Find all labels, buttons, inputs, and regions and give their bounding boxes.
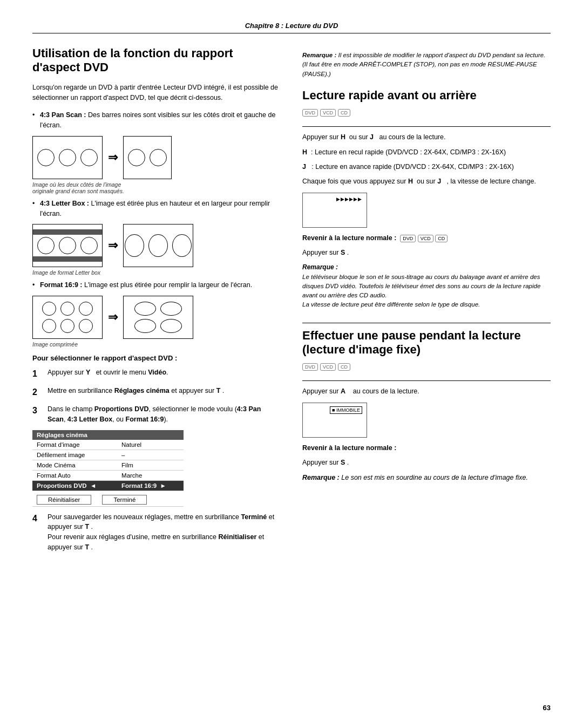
return-heading-pause-text: Revenir à la lecture normale : [302,444,396,452]
arrow: ⇒ [108,239,118,253]
table-row-defilement: Défilement image – [32,450,184,460]
table-row-format-auto: Format Auto Marche [32,470,184,480]
still-screen: ■ IMMOBILE [302,403,367,438]
left-column: Utilisation de la fonction du rapport d'… [32,46,281,558]
disc-badge-cd3: CD [338,363,350,371]
divider-pause2 [302,380,551,381]
circle [128,149,145,166]
circle [125,234,144,257]
diagram-letterbox: ⇒ [32,224,281,267]
arrow: ⇒ [108,151,118,165]
bullet-pan-scan-label: 4:3 Pan Scan : [40,111,86,119]
section1-intro: Lorsqu'on regarde un DVD à partir d'entr… [32,83,281,103]
table-buttons: Réinitialiser Terminé [37,495,179,505]
circle [150,149,167,166]
ff-indicator: ▶▶▶▶▶▶ [336,196,362,202]
bullet-letterbox-label: 4:3 Letter Box : [40,200,89,207]
steps-container: 1 Appuyer sur Y et ouvrir le menu Vidéo.… [32,368,281,425]
bullet-pan-scan: 4:3 Pan Scan : Des barres noires sont vi… [32,110,281,131]
step-heading: Pour sélectionner le rapport d'aspect DV… [32,354,281,362]
diagram-format169-before [32,296,103,339]
step-num-1: 1 [32,368,42,380]
caption-letterbox: Image de format Letter box [32,269,281,276]
circle [79,302,93,316]
table-cell-label: Format d'image [32,440,117,450]
step-1: 1 Appuyer sur Y et ouvrir le menu Vidéo. [32,368,281,380]
disc-badges-ff: DVD VCD CD [302,109,551,117]
disc-badge-dvd3: DVD [302,363,318,371]
para-ff-1: Appuyer sur H ou sur J au cours de la le… [302,132,551,142]
circle [148,234,168,257]
remark-pause-text: Le son est mis en sourdine au cours de l… [341,474,528,481]
circle [42,319,56,333]
return-to-normal-ff-heading: Revenir à la lecture normale : DVD VCD C… [302,233,551,243]
disc-badge-vcd: VCD [320,109,336,117]
step-num-3: 3 [32,404,42,425]
right-column: Remarque : Il est impossible de modifier… [302,46,551,558]
table-cell-label: Format Auto [32,470,117,480]
circle [134,302,156,316]
chapter-header: Chapitre 8 : Lecture du DVD [32,22,551,33]
disc-badge-vcd3: VCD [320,363,336,371]
bullet-letterbox: 4:3 Letter Box : L'image est étirée plus… [32,199,281,219]
table-cell-value: Marche [117,470,184,480]
step-num-2: 2 [32,386,42,399]
bullet-format169-label: Format 16:9 : [40,281,83,289]
diagram-format169-after [123,296,193,339]
page: Chapitre 8 : Lecture du DVD Utilisation … [0,0,583,728]
step-text-3: Dans le champ Proportions DVD, sélection… [48,404,281,425]
circle [59,149,76,166]
bullet-format169: Format 16:9 : L'image est plus étirée po… [32,280,281,290]
table-cell-value: Film [117,460,184,470]
circle [80,237,98,254]
circle [42,302,56,316]
diagram-pan-scan: ⇒ [32,136,281,179]
circle [160,302,182,316]
diagram-format169: ⇒ [32,296,281,339]
table-cell-label: Proportions DVD ◄ [32,480,117,491]
remark-ff: Remarque : Le téléviseur bloque le son e… [302,262,551,309]
return-heading-ff-text: Revenir à la lecture normale : [302,234,396,242]
step-4: 4 Pour sauvegarder les nouveaux réglages… [32,512,281,553]
table-cell-value: Format 16:9 ► [117,480,184,491]
disc-badge-cd: CD [338,109,350,117]
section1-title: Utilisation de la fonction du rapport d'… [32,46,281,75]
remark-pause: Remarque : Le son est mis en sourdine au… [302,473,551,483]
return-text-ff: Appuyer sur S . [302,248,551,258]
remark-top: Remarque : Il est impossible de modifier… [302,51,551,79]
step-2: 2 Mettre en surbrillance Réglages cinéma… [32,386,281,399]
termine-btn[interactable]: Terminé [102,495,147,505]
circle [37,149,55,166]
circle [59,237,76,254]
step-text-1: Appuyer sur Y et ouvrir le menu Vidéo. [48,368,281,380]
bullet-format169-text: L'image est plus étirée pour remplir la … [84,281,252,289]
reinitialiser-btn[interactable]: Réinitialiser [37,495,91,505]
disc-badge-dvd2: DVD [400,235,416,242]
diagram-letterbox-after [123,224,193,267]
table-row-proportions-dvd: Proportions DVD ◄ Format 16:9 ► [32,480,184,491]
return-text-pause: Appuyer sur S . [302,458,551,468]
divider-pause [302,323,551,323]
circle [60,319,74,333]
remark-top-label: Remarque : [302,52,336,58]
caption-panscan: Image où les deux côtés de l'imageorigin… [32,181,281,194]
diagram-letterbox-before [32,224,103,267]
arrow: ⇒ [108,310,118,324]
ff-screen: ▶▶▶▶▶▶ [302,193,367,228]
para-pause-1: Appuyer sur A au cours de la lecture. [302,386,551,397]
remark-ff-title: Remarque : [302,263,338,271]
return-to-normal-pause-heading: Revenir à la lecture normale : [302,443,551,453]
disc-badge-cd2: CD [435,235,448,242]
para-ff-h: H : Lecture en recul rapide (DVD/VCD : 2… [302,147,551,158]
table-buttons-cell: Réinitialiser Terminé [32,491,184,506]
circle [60,302,74,316]
table-cell-label: Mode Cinéma [32,460,117,470]
step-text-2: Mettre en surbrillance Réglages cinéma e… [48,386,281,399]
disc-badges-pause: DVD VCD CD [302,363,551,371]
disc-badge-vcd2: VCD [418,235,433,242]
still-indicator: ■ IMMOBILE [330,406,362,414]
section-pause-title: Effectuer une pause pendant la lecture (… [302,329,551,357]
table-row-mode-cinema: Mode Cinéma Film [32,460,184,470]
remark-ff-text: Le téléviseur bloque le son et le sous-t… [302,274,540,308]
table-cell-value: – [117,450,184,460]
